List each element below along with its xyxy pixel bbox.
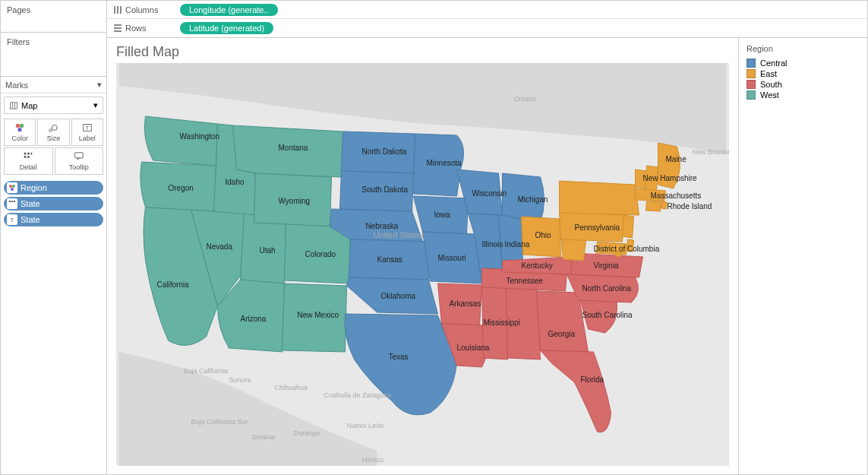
- shelves: Columns Longitude (generate.. Rows Latit…: [107, 1, 867, 38]
- main-area: Columns Longitude (generate.. Rows Latit…: [107, 1, 867, 474]
- state-kansas[interactable]: [349, 239, 431, 280]
- state-delaware[interactable]: [627, 239, 634, 252]
- rows-shelf[interactable]: Rows Latitude (generated): [107, 19, 867, 37]
- svg-text:T: T: [11, 217, 14, 223]
- columns-icon: [113, 5, 122, 14]
- svg-text:T: T: [86, 125, 90, 131]
- svg-rect-20: [114, 6, 115, 14]
- rows-icon: [113, 24, 122, 33]
- left-panel: Pages Filters Marks ▾ Map ▾ Color: [1, 1, 107, 474]
- chevron-down-icon: ▾: [97, 80, 102, 90]
- pill-state-detail[interactable]: State: [4, 197, 103, 211]
- state-michigan[interactable]: [503, 173, 544, 223]
- chevron-down-icon: ▾: [93, 100, 98, 110]
- legend-panel: Region Central East South West: [738, 38, 867, 474]
- svg-rect-17: [11, 201, 13, 202]
- us-map: Washington Oregon California Nevada Idah…: [116, 63, 729, 466]
- svg-point-3: [49, 129, 52, 132]
- viz-main: Filled Map: [107, 38, 738, 474]
- label-icon: T: [7, 214, 17, 225]
- state-newjersey[interactable]: [623, 215, 634, 238]
- legend-swatch: [746, 69, 756, 78]
- marks-pills: Region State T State: [1, 178, 106, 230]
- label-icon: T: [82, 122, 93, 133]
- color-button[interactable]: Color: [4, 119, 36, 146]
- state-wyoming[interactable]: [254, 173, 332, 226]
- state-oregon[interactable]: [140, 162, 216, 211]
- state-rhodeisland[interactable]: [661, 201, 668, 209]
- legend-title: Region: [743, 43, 863, 55]
- svg-rect-25: [114, 30, 122, 32]
- legend-item-south[interactable]: South: [743, 79, 863, 90]
- marks-card: Marks ▾ Map ▾ Color Size T Label: [1, 77, 106, 474]
- legend-swatch: [746, 59, 756, 68]
- detail-icon: [23, 151, 33, 162]
- legend-item-east[interactable]: East: [743, 68, 863, 79]
- state-northcarolina[interactable]: [567, 274, 639, 302]
- size-button[interactable]: Size: [37, 119, 69, 146]
- svg-rect-22: [120, 6, 122, 14]
- size-icon: [48, 122, 58, 133]
- columns-shelf[interactable]: Columns Longitude (generate..: [107, 1, 867, 19]
- color-icon: [7, 182, 17, 193]
- detail-icon: [7, 198, 17, 209]
- svg-rect-12: [75, 153, 84, 158]
- marks-header[interactable]: Marks ▾: [1, 77, 106, 93]
- label-button[interactable]: T Label: [71, 119, 103, 146]
- pages-shelf[interactable]: Pages: [1, 1, 106, 33]
- pill-region[interactable]: Region: [4, 181, 103, 195]
- filters-shelf[interactable]: Filters: [1, 33, 106, 77]
- state-montana[interactable]: [233, 125, 343, 177]
- tooltip-button[interactable]: Tooltip: [55, 147, 104, 175]
- svg-rect-18: [14, 201, 15, 202]
- legend-item-central[interactable]: Central: [743, 58, 863, 68]
- state-dc[interactable]: [616, 252, 622, 257]
- state-pennsylvania[interactable]: [560, 211, 624, 242]
- svg-point-0: [16, 124, 20, 128]
- state-iowa[interactable]: [414, 196, 469, 234]
- state-mississippi[interactable]: [482, 285, 508, 359]
- map-view[interactable]: Washington Oregon California Nevada Idah…: [116, 63, 729, 466]
- viz-title: Filled Map: [116, 44, 729, 60]
- state-minnesota[interactable]: [414, 134, 464, 196]
- state-southdakota[interactable]: [340, 171, 414, 211]
- state-maryland[interactable]: [596, 242, 628, 255]
- map-icon: [9, 101, 18, 110]
- filters-label: Filters: [7, 37, 30, 46]
- state-northdakota[interactable]: [342, 131, 415, 173]
- columns-pill[interactable]: Longitude (generate..: [180, 4, 278, 16]
- color-icon: [14, 122, 25, 133]
- legend-swatch: [746, 90, 756, 100]
- state-newhampshire[interactable]: [645, 166, 658, 191]
- state-westvirginia[interactable]: [561, 238, 586, 261]
- state-newyork[interactable]: [560, 181, 639, 215]
- legend-item-west[interactable]: West: [743, 90, 863, 100]
- state-maine[interactable]: [658, 143, 680, 188]
- svg-rect-7: [24, 153, 27, 155]
- state-massachusetts[interactable]: [636, 188, 666, 201]
- tooltip-icon: [74, 151, 84, 162]
- svg-rect-16: [9, 201, 11, 202]
- svg-rect-9: [31, 153, 33, 155]
- svg-rect-23: [114, 24, 122, 26]
- state-missouri[interactable]: [423, 232, 482, 283]
- marks-type-select[interactable]: Map ▾: [4, 97, 103, 114]
- state-washington[interactable]: [144, 116, 217, 166]
- pages-label: Pages: [7, 5, 30, 14]
- state-arkansas[interactable]: [438, 283, 482, 325]
- svg-rect-24: [114, 27, 122, 29]
- state-connecticut[interactable]: [646, 201, 661, 211]
- svg-rect-21: [117, 6, 118, 14]
- state-utah[interactable]: [241, 214, 286, 283]
- state-newmexico[interactable]: [282, 283, 347, 352]
- state-vermont[interactable]: [636, 169, 647, 188]
- state-ohio[interactable]: [522, 217, 561, 257]
- detail-button[interactable]: Detail: [4, 147, 53, 175]
- legend-swatch: [746, 80, 756, 89]
- svg-point-4: [52, 125, 58, 131]
- rows-pill[interactable]: Latitude (generated): [180, 22, 273, 34]
- pill-state-label[interactable]: T State: [4, 213, 103, 226]
- state-alabama[interactable]: [507, 287, 541, 359]
- svg-point-15: [11, 188, 14, 191]
- svg-point-1: [20, 124, 24, 128]
